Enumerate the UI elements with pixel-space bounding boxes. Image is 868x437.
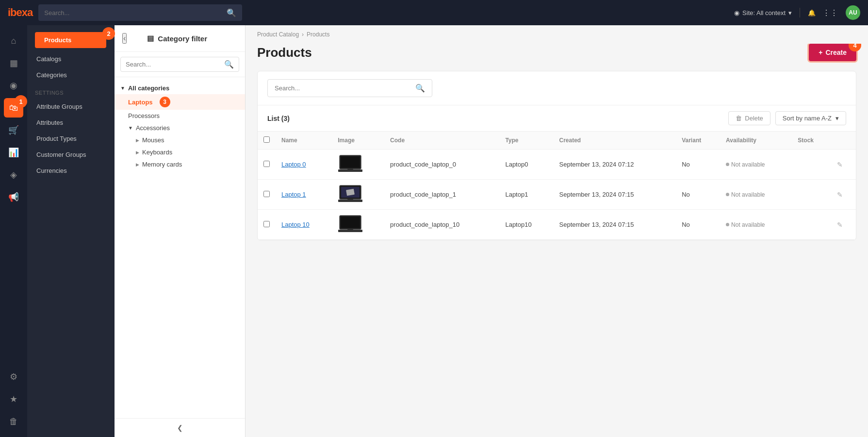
row-checkbox[interactable] xyxy=(263,191,270,197)
sidebar-item-megaphone[interactable]: 📢 xyxy=(4,187,23,207)
tree-item-mouses[interactable]: ▶ Mouses xyxy=(115,134,245,146)
sidebar-item-settings[interactable]: ⚙ xyxy=(4,367,23,387)
sidebar-item-cart[interactable]: 🛒 xyxy=(4,120,23,140)
row-availability-cell: Not available xyxy=(720,180,792,210)
filter-icon: ▤ xyxy=(147,34,154,43)
tree-item-memory-cards[interactable]: ▶ Memory cards xyxy=(115,158,245,170)
nav-item-currencies[interactable]: Currencies xyxy=(27,163,114,179)
sidebar-item-star[interactable]: ★ xyxy=(4,389,23,409)
products-table: Name Image Code Type Created Variant Ava… xyxy=(258,132,856,240)
row-name-cell: Laptop 10 xyxy=(276,210,332,240)
row-created-cell: September 13, 2024 07:15 xyxy=(554,210,676,240)
bell-icon[interactable]: 🔔 xyxy=(808,9,816,17)
tree-item-keyboards[interactable]: ▶ Keyboards xyxy=(115,146,245,158)
nav-item-products[interactable]: Products xyxy=(35,32,106,48)
site-context-label: Site: All context xyxy=(742,9,786,17)
caret-right-icon: ▶ xyxy=(136,138,139,143)
avatar[interactable]: AU xyxy=(846,5,860,20)
delete-button[interactable]: 🗑 Delete xyxy=(728,111,770,125)
icon-sidebar: ⌂ ▦ ◉ 🛍 1 🛒 📊 ◈ 📢 ⚙ ★ 🗑 xyxy=(0,25,27,437)
breadcrumb-products: Products xyxy=(307,31,329,38)
sidebar-item-gift[interactable]: ◈ xyxy=(4,165,23,185)
edit-icon[interactable]: ✎ xyxy=(837,221,843,229)
sort-select[interactable]: Sort by name A-Z ▾ xyxy=(775,111,846,125)
edit-icon[interactable]: ✎ xyxy=(837,191,843,199)
svg-rect-10 xyxy=(341,217,360,228)
globe-icon: ◉ xyxy=(734,9,739,17)
row-edit-cell: ✎ xyxy=(831,150,856,180)
products-icon-wrapper: 🛍 1 xyxy=(4,98,23,118)
sidebar-item-trash[interactable]: 🗑 xyxy=(4,412,23,431)
collapse-sidebar-button[interactable]: ❮ xyxy=(177,424,183,432)
trash-icon: 🗑 xyxy=(736,115,742,122)
nav-item-customer-groups[interactable]: Customer Groups xyxy=(27,147,114,163)
table-row: Laptop 0 product_code_laptop_0 Laptop0 S… xyxy=(258,150,856,180)
global-search-input[interactable] xyxy=(44,9,223,17)
topbar-left: ibexa 🔍 xyxy=(8,4,242,21)
svg-rect-3 xyxy=(347,169,353,170)
category-panel-footer: ❮ xyxy=(115,418,245,437)
availability-dot xyxy=(726,223,729,226)
sidebar-item-globe[interactable]: ◉ xyxy=(4,76,23,95)
category-search-input[interactable] xyxy=(126,61,221,68)
sidebar-item-home[interactable]: ⌂ xyxy=(4,31,23,50)
tree-item-label: Laptops xyxy=(128,99,153,106)
row-code-cell: product_code_laptop_10 xyxy=(384,210,499,240)
availability-dot xyxy=(726,163,729,166)
toolbar-right: 🗑 Delete Sort by name A-Z ▾ xyxy=(728,111,846,125)
sidebar-item-analytics[interactable]: 📊 xyxy=(4,143,23,162)
sidebar-item-dashboard[interactable]: ▦ xyxy=(4,53,23,73)
tree-item-processors[interactable]: Processors xyxy=(115,110,245,122)
th-availability: Availability xyxy=(720,132,792,150)
tree-item-all-categories[interactable]: ▼ All categories xyxy=(115,82,245,94)
search-icon: 🔍 xyxy=(415,84,425,93)
products-card: 🔍 List (3) 🗑 Delete Sort by name A-Z ▾ xyxy=(257,71,856,240)
back-button[interactable]: ‹ xyxy=(122,33,127,44)
chevron-down-icon: ▾ xyxy=(788,9,792,17)
svg-rect-1 xyxy=(341,157,360,168)
table-header: Name Image Code Type Created Variant Ava… xyxy=(258,132,856,150)
row-stock-cell xyxy=(792,210,831,240)
row-checkbox-cell xyxy=(258,210,276,240)
th-type: Type xyxy=(499,132,553,150)
grid-icon[interactable]: ⋮⋮ xyxy=(822,8,838,17)
product-search-container: 🔍 xyxy=(267,79,432,97)
row-name-cell: Laptop 0 xyxy=(276,150,332,180)
product-name-link[interactable]: Laptop 10 xyxy=(281,221,310,228)
topbar: ibexa 🔍 ◉ Site: All context ▾ 🔔 ⋮⋮ AU xyxy=(0,0,868,25)
nav-item-attribute-groups[interactable]: Attribute Groups xyxy=(27,99,114,115)
breadcrumb-separator: › xyxy=(302,31,304,38)
product-name-link[interactable]: Laptop 1 xyxy=(281,191,306,198)
select-all-checkbox[interactable] xyxy=(263,136,270,143)
nav-item-catalogs[interactable]: Catalogs xyxy=(27,51,114,67)
nav-item-attributes[interactable]: Attributes xyxy=(27,115,114,131)
tree-item-accessories[interactable]: ▼ Accessories xyxy=(115,122,245,134)
products-tbody: Laptop 0 product_code_laptop_0 Laptop0 S… xyxy=(258,150,856,240)
nav-sidebar: Products 2 Catalogs Categories Settings … xyxy=(27,25,115,437)
product-name-link[interactable]: Laptop 0 xyxy=(281,161,306,168)
row-type-cell: Laptop0 xyxy=(499,150,553,180)
site-context-selector[interactable]: ◉ Site: All context ▾ xyxy=(734,9,792,17)
main-content: Product Catalog › Products Products + Cr… xyxy=(246,25,868,437)
row-checkbox-cell xyxy=(258,180,276,210)
svg-rect-12 xyxy=(347,229,353,230)
row-name-cell: Laptop 1 xyxy=(276,180,332,210)
page-header: Products + Create 4 xyxy=(257,44,856,61)
products-nav-wrapper: Products 2 xyxy=(31,31,110,49)
breadcrumb-product-catalog[interactable]: Product Catalog xyxy=(257,31,299,38)
tree-item-laptops[interactable]: Laptops 3 xyxy=(115,94,245,110)
step-badge-2: 2 xyxy=(102,27,115,40)
th-variant: Variant xyxy=(676,132,720,150)
global-search-bar[interactable]: 🔍 xyxy=(38,4,242,21)
row-checkbox[interactable] xyxy=(263,221,270,227)
tree-item-label: Keyboards xyxy=(142,149,172,156)
nav-item-product-types[interactable]: Product Types xyxy=(27,131,114,147)
product-search-input[interactable] xyxy=(275,84,411,92)
row-checkbox[interactable] xyxy=(263,161,270,167)
row-variant-cell: No xyxy=(676,210,720,240)
search-icon: 🔍 xyxy=(224,60,234,69)
edit-icon[interactable]: ✎ xyxy=(837,161,843,168)
row-variant-cell: No xyxy=(676,180,720,210)
table-row: Laptop 1 product_code_laptop_1 Laptop1 S… xyxy=(258,180,856,210)
nav-item-categories[interactable]: Categories xyxy=(27,67,114,83)
